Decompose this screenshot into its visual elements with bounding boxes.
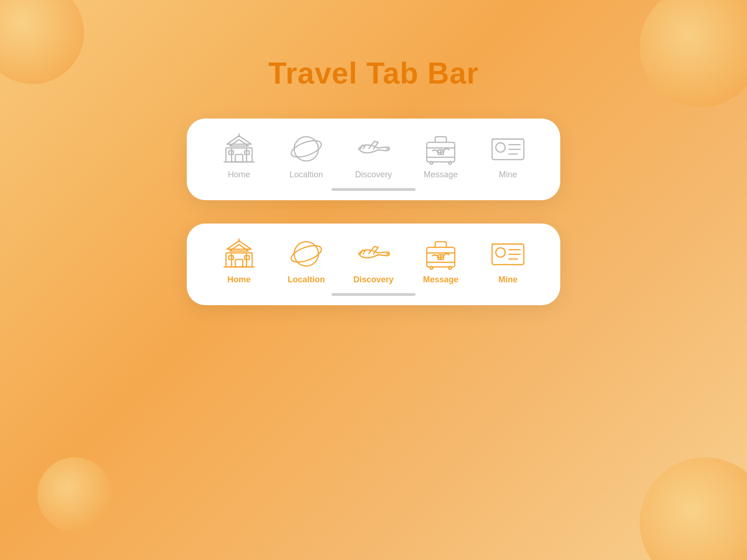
svg-point-11 — [289, 137, 323, 161]
location-icon-active — [288, 238, 325, 270]
tab-label-discovery-active: Discovery — [353, 275, 394, 285]
inactive-tab-bar-container: Home Localtion — [0, 119, 747, 200]
tab-item-message-inactive[interactable]: Message — [413, 133, 469, 180]
svg-point-37 — [289, 242, 323, 266]
svg-rect-3 — [235, 154, 243, 162]
svg-point-19 — [449, 161, 451, 164]
svg-point-45 — [449, 266, 451, 269]
tab-items-active: Home Localtion — [205, 238, 542, 285]
page-title: Travel Tab Bar — [0, 56, 747, 91]
svg-rect-29 — [235, 259, 243, 267]
svg-point-44 — [430, 266, 433, 269]
tab-label-message-inactive: Message — [423, 170, 458, 180]
tab-item-home-active[interactable]: Home — [211, 238, 267, 285]
tab-item-location-active[interactable]: Localtion — [278, 238, 334, 285]
decorative-circle-top-right — [640, 0, 747, 107]
tab-item-message-active[interactable]: Message — [413, 238, 469, 285]
message-icon-active — [422, 238, 459, 270]
tab-label-message-active: Message — [423, 275, 458, 285]
tab-item-location-inactive[interactable]: Localtion — [278, 133, 334, 180]
tab-label-mine-active: Mine — [498, 275, 517, 285]
svg-point-21 — [496, 143, 505, 152]
home-icon-active — [220, 238, 258, 270]
home-icon — [220, 133, 258, 165]
discovery-icon-active — [355, 238, 392, 270]
tab-item-mine-inactive[interactable]: Mine — [480, 133, 536, 180]
tab-item-home-inactive[interactable]: Home — [211, 133, 267, 180]
message-icon — [422, 133, 459, 165]
location-icon — [288, 133, 325, 165]
tab-label-mine-inactive: Mine — [499, 170, 517, 180]
tab-label-home-active: Home — [227, 275, 251, 285]
tab-item-mine-active[interactable]: Mine — [480, 238, 536, 285]
tab-item-discovery-inactive[interactable]: Discovery — [345, 133, 402, 180]
tab-bar-active: Home Localtion — [187, 224, 560, 305]
tab-item-discovery-active[interactable]: Discovery — [345, 238, 402, 285]
mine-icon-active — [489, 238, 527, 270]
discovery-icon — [355, 133, 392, 165]
tab-label-home-inactive: Home — [228, 170, 250, 180]
tab-label-location-inactive: Localtion — [289, 170, 323, 180]
active-tab-bar-container: Home Localtion — [0, 224, 747, 305]
decorative-circle-bottom-left — [37, 457, 112, 532]
svg-point-47 — [496, 248, 505, 257]
tab-bar-inactive: Home Localtion — [187, 119, 560, 200]
indicator-bar-active — [331, 293, 416, 296]
tab-label-discovery-inactive: Discovery — [355, 170, 392, 180]
mine-icon — [489, 133, 527, 165]
tab-items-inactive: Home Localtion — [205, 133, 542, 180]
tab-label-location-active: Localtion — [288, 275, 325, 285]
svg-point-18 — [430, 161, 433, 164]
indicator-bar-inactive — [331, 188, 416, 191]
decorative-circle-bottom-right — [640, 457, 747, 560]
